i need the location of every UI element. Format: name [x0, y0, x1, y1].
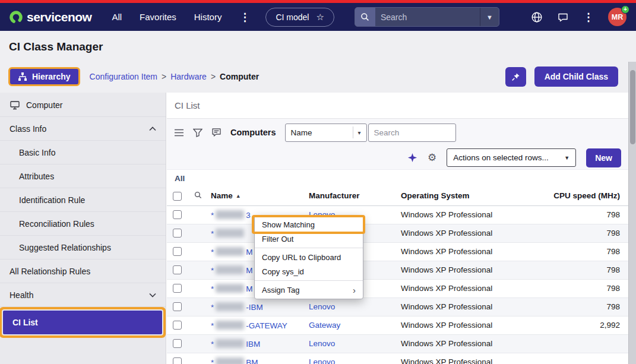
servicenow-logo[interactable]: servicenow: [10, 10, 91, 24]
chevron-down-icon: [149, 293, 156, 297]
redacted-text: [216, 265, 244, 274]
list-search-input[interactable]: [368, 124, 456, 142]
hierarchy-button[interactable]: Hierarchy: [8, 67, 80, 86]
menu-item-copy-url[interactable]: Copy URL to Clipboard: [255, 250, 363, 264]
select-all-checkbox[interactable]: [173, 192, 182, 201]
nav-history[interactable]: History: [194, 12, 222, 22]
vertical-scrollbar[interactable]: [628, 62, 636, 364]
sidebar-item-all-relationship-rules[interactable]: All Relationship Rules: [0, 259, 166, 283]
os-cell: Windows XP Professional: [395, 279, 523, 297]
list-menu-icon[interactable]: [174, 129, 184, 137]
sidebar-item-basic-info[interactable]: Basic Info: [0, 141, 166, 164]
row-checkbox[interactable]: [173, 265, 182, 274]
manufacturer-link[interactable]: Lenovo: [309, 302, 335, 311]
search-column-select[interactable]: Name ▾: [285, 124, 367, 142]
sidebar-item-ci-list[interactable]: CI List: [3, 311, 162, 334]
cpu-cell: 798: [523, 205, 628, 224]
header-more-icon[interactable]: ⋮: [583, 12, 594, 23]
personalize-sparkle-icon[interactable]: [407, 153, 417, 163]
table-row[interactable]: *3 Lenovo Windows XP Professional 798: [167, 205, 628, 224]
table-row[interactable]: *BM Lenovo Windows XP Professional: [167, 353, 628, 364]
ci-name-link[interactable]: *-GATEWAY: [211, 321, 287, 330]
class-sidebar: Computer Class Info Basic Info Attribute…: [0, 93, 166, 364]
table-row[interactable]: *-GATEWAY Gateway Windows XP Professiona…: [167, 316, 628, 334]
row-checkbox[interactable]: [173, 229, 182, 238]
nav-favorites[interactable]: Favorites: [140, 12, 176, 22]
avatar[interactable]: MR +: [608, 8, 626, 26]
breadcrumb-separator: >: [211, 72, 216, 81]
filter-icon[interactable]: [193, 128, 202, 137]
chat-icon[interactable]: [557, 11, 569, 23]
sidebar-item-health[interactable]: Health: [0, 283, 166, 307]
redacted-text: [216, 247, 244, 256]
table-row[interactable]: *M Windows XP Professional 798: [167, 279, 628, 297]
row-checkbox[interactable]: [173, 284, 182, 293]
nav-more-icon[interactable]: ⋮: [239, 12, 250, 23]
menu-item-filter-out[interactable]: Filter Out: [255, 232, 363, 246]
sidebar-item-computer[interactable]: Computer: [0, 93, 166, 117]
favorite-star-icon[interactable]: ☆: [316, 12, 324, 23]
scrollbar-thumb[interactable]: [630, 70, 635, 144]
nav-all[interactable]: All: [112, 12, 122, 22]
ci-name-link[interactable]: *M: [211, 248, 253, 257]
actions-on-selected-rows-select[interactable]: Actions on selected rows... ▼: [447, 148, 576, 167]
table-row[interactable]: *M Windows XP Professional 798: [167, 242, 628, 261]
manufacturer-link[interactable]: Lenovo: [309, 339, 335, 348]
sidebar-item-class-info[interactable]: Class Info: [0, 117, 166, 141]
page-title: CI Class Manager: [0, 31, 636, 53]
manufacturer-link[interactable]: Gateway: [309, 321, 340, 330]
sidebar-item-reconciliation-rules[interactable]: Reconciliation Rules: [0, 212, 166, 236]
row-checkbox[interactable]: [173, 321, 182, 330]
breadcrumb-hardware[interactable]: Hardware: [170, 72, 207, 81]
ci-name-link[interactable]: *IBM: [211, 340, 260, 349]
table-row[interactable]: *IBM Lenovo Windows XP Professional: [167, 334, 628, 353]
new-button[interactable]: New: [586, 148, 621, 167]
context-pill-ci-model[interactable]: CI model ☆: [265, 8, 334, 27]
search-scope-caret-icon[interactable]: ▼: [480, 8, 499, 26]
sidebar-item-identification-rule[interactable]: Identification Rule: [0, 188, 166, 212]
row-checkbox[interactable]: [173, 210, 182, 219]
row-checkbox[interactable]: [173, 357, 182, 364]
ci-name-link[interactable]: *: [211, 229, 246, 238]
hierarchy-button-label: Hierarchy: [32, 72, 71, 81]
sidebar-item-label: Health: [10, 290, 149, 300]
sidebar-item-suggested-relationships[interactable]: Suggested Relationships: [0, 236, 166, 259]
row-checkbox[interactable]: [173, 339, 182, 348]
table-row[interactable]: * Windows XP Professional 798: [167, 224, 628, 242]
table-row[interactable]: *M Windows XP Professional 798: [167, 261, 628, 279]
global-search-input[interactable]: [375, 12, 480, 22]
ci-name-link[interactable]: *BM: [211, 358, 258, 364]
os-cell: Windows XP Professional: [395, 205, 523, 224]
column-header-name[interactable]: Name▲: [205, 186, 303, 205]
list-chat-icon[interactable]: [211, 128, 222, 137]
breadcrumb-separator: >: [162, 72, 166, 81]
row-checkbox[interactable]: [173, 302, 182, 311]
ci-name-link[interactable]: *-IBM: [211, 303, 263, 312]
monitor-icon: [10, 100, 20, 110]
cpu-cell: 2,992: [523, 316, 628, 334]
row-checkbox[interactable]: [173, 247, 182, 256]
menu-item-copy-sys-id[interactable]: Copy sys_id: [255, 264, 363, 278]
sidebar-item-attributes[interactable]: Attributes: [0, 164, 166, 188]
sidebar-item-label: CI List: [12, 318, 153, 327]
column-header-cpu-speed[interactable]: CPU speed (MHz): [523, 186, 628, 205]
add-child-class-button[interactable]: Add Child Class: [534, 67, 618, 87]
breadcrumb-configuration-item[interactable]: Configuration Item: [90, 72, 157, 81]
manufacturer-link[interactable]: Lenovo: [309, 357, 335, 364]
ci-name-link[interactable]: *M: [211, 266, 253, 275]
pin-button[interactable]: [505, 67, 526, 87]
hierarchy-icon: [18, 72, 27, 81]
globe-icon[interactable]: [531, 11, 543, 23]
column-header-manufacturer[interactable]: Manufacturer: [303, 186, 395, 205]
column-search-icon[interactable]: [194, 192, 202, 201]
menu-separator: [255, 280, 363, 281]
menu-item-show-matching[interactable]: Show Matching: [255, 217, 363, 232]
ci-name-link[interactable]: *M: [211, 284, 253, 293]
list-breadcrumb-all[interactable]: All: [175, 174, 185, 183]
os-cell: Windows XP Professional: [395, 353, 523, 364]
column-header-operating-system[interactable]: Operating System: [395, 186, 523, 205]
gear-icon[interactable]: ⚙: [428, 151, 436, 164]
menu-item-assign-tag[interactable]: Assign Tag ›: [255, 283, 363, 297]
table-row[interactable]: *-IBM Lenovo Windows XP Professional 798: [167, 297, 628, 316]
ci-name-link[interactable]: *3: [211, 211, 251, 220]
